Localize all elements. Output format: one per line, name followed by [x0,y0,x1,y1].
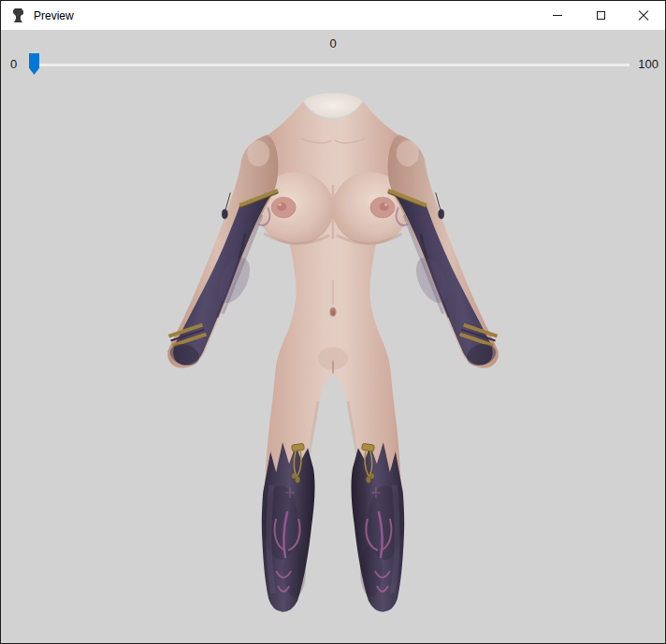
slider-thumb[interactable] [29,53,39,75]
left-arm-gauntlet [167,135,279,369]
morph-slider: 0 0 100 [1,30,665,82]
client-area: 0 0 100 [1,30,665,643]
close-icon [638,9,650,21]
title-bar[interactable]: Preview [1,1,665,30]
app-icon [11,7,25,23]
slider-value-label: 0 [1,36,665,50]
slider-max-label: 100 [638,57,659,71]
slider-min-label: 0 [10,57,17,71]
close-button[interactable] [622,1,665,30]
slider-track[interactable] [33,64,630,66]
right-boot [351,442,404,611]
preview-window: Preview 0 0 100 [0,0,666,644]
model-render [1,82,665,643]
window-title: Preview [34,9,74,22]
minimize-button[interactable] [536,1,579,30]
minimize-icon [553,15,562,16]
preview-viewport[interactable] [1,82,665,643]
maximize-button[interactable] [579,1,622,30]
model-figure [167,93,499,611]
left-boot [262,442,315,611]
right-arm-gauntlet [388,135,500,369]
maximize-icon [597,11,605,20]
window-controls [536,1,665,30]
